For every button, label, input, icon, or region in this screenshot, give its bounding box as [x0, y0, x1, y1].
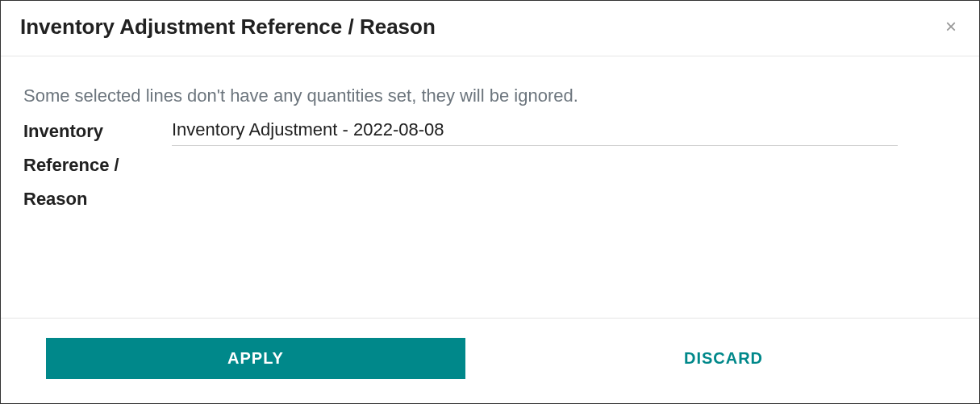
field-label-reference: Inventory Reference / Reason	[23, 115, 152, 215]
reference-reason-input[interactable]	[172, 118, 898, 146]
apply-button[interactable]: APPLY	[46, 338, 465, 379]
close-icon[interactable]: ×	[942, 14, 960, 40]
field-input-wrap	[172, 115, 898, 146]
modal-footer: APPLY DISCARD	[1, 318, 979, 403]
warning-text: Some selected lines don't have any quant…	[23, 85, 957, 106]
form-row-reference: Inventory Reference / Reason	[23, 115, 957, 215]
modal-title: Inventory Adjustment Reference / Reason	[20, 15, 436, 40]
modal-header: Inventory Adjustment Reference / Reason …	[1, 1, 979, 56]
modal-body: Some selected lines don't have any quant…	[1, 56, 979, 248]
discard-button[interactable]: DISCARD	[514, 338, 933, 379]
